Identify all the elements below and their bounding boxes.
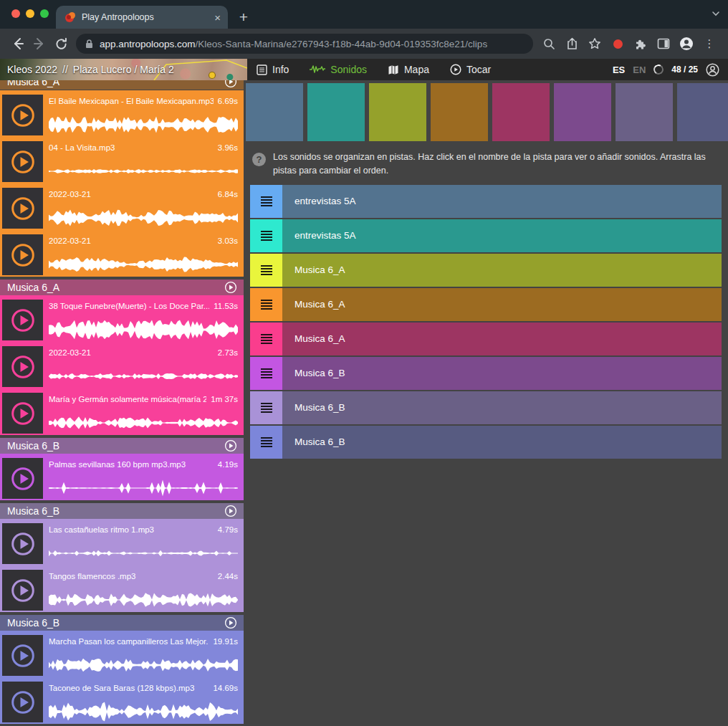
track-row[interactable]: Musica 6_A [250, 254, 722, 287]
lang-en-button[interactable]: EN [633, 65, 646, 75]
track-swatch[interactable] [677, 83, 728, 141]
track-drag-handle[interactable] [250, 254, 282, 287]
clip-waveform[interactable] [49, 654, 238, 676]
clip-waveform[interactable] [49, 477, 238, 499]
clip-play-button[interactable] [2, 682, 43, 722]
track-row[interactable]: entrevistas 5A [250, 219, 722, 252]
clip-waveform[interactable] [49, 543, 238, 564]
browser-menu-icon[interactable]: ⋮ [699, 34, 719, 54]
track-name-button[interactable]: Musica 6_B [282, 426, 722, 459]
map-thumbnail[interactable]: Kleos 2022 // Plaza Lucero / María 2 [0, 59, 247, 80]
track-swatch[interactable] [369, 83, 426, 141]
clip-waveform[interactable] [49, 161, 238, 182]
extensions-puzzle-icon[interactable] [631, 34, 651, 54]
track-section-header[interactable]: Musica 6_B [0, 615, 244, 631]
clip-row[interactable]: 04 - La Visita.mp33.96s [0, 140, 244, 183]
clip-row[interactable]: Las castañuelas ritmo 1.mp34.79s [0, 522, 244, 565]
share-icon[interactable] [562, 34, 582, 54]
track-name-button[interactable]: Musica 6_A [282, 288, 722, 321]
zoom-page-icon[interactable] [539, 34, 559, 54]
clip-waveform[interactable] [49, 254, 238, 275]
clip-play-button[interactable] [2, 570, 43, 611]
clip-row[interactable]: Marcha Pasan los campanilleros Las Mejor… [0, 634, 244, 677]
track-row[interactable]: Musica 6_A [250, 288, 722, 321]
track-drag-handle[interactable] [250, 185, 282, 218]
address-bar[interactable]: app.antropoloops.com/Kleos-Santa-Marina/… [76, 34, 533, 54]
clip-waveform[interactable] [49, 114, 238, 135]
clip-play-button[interactable] [2, 300, 43, 340]
track-swatch[interactable] [307, 83, 365, 141]
section-play-icon[interactable] [224, 616, 237, 629]
track-name-button[interactable]: entrevistas 5A [282, 185, 722, 218]
clip-play-button[interactable] [2, 458, 43, 499]
track-swatch[interactable] [616, 83, 673, 141]
clip-play-button[interactable] [2, 523, 43, 564]
minimize-window-icon[interactable] [26, 9, 34, 18]
track-swatch[interactable] [492, 83, 550, 141]
track-name-button[interactable]: Musica 6_B [282, 357, 722, 390]
track-drag-handle[interactable] [250, 323, 282, 355]
track-row[interactable]: Musica 6_B [250, 357, 722, 390]
track-swatch[interactable] [431, 83, 488, 141]
clip-waveform[interactable] [49, 412, 238, 434]
close-window-icon[interactable] [11, 9, 20, 18]
track-drag-handle[interactable] [250, 391, 282, 424]
track-drag-handle[interactable] [250, 288, 282, 321]
track-name-button[interactable]: Musica 6_A [282, 254, 722, 287]
browser-tab[interactable]: Play Antropoloops × [56, 6, 228, 29]
track-drag-handle[interactable] [250, 426, 282, 459]
section-play-icon[interactable] [224, 505, 237, 517]
side-panel-icon[interactable] [653, 34, 674, 54]
track-drag-handle[interactable] [250, 219, 282, 252]
clip-row[interactable]: El Baile Mexicapan - El Baile Mexicapan.… [0, 93, 244, 137]
back-button[interactable] [7, 33, 29, 54]
track-row[interactable]: Musica 6_A [250, 323, 722, 355]
track-section-header[interactable]: Musica 6_B [0, 503, 244, 519]
tab-sonidos[interactable]: Sonidos [310, 64, 367, 75]
track-swatch[interactable] [246, 83, 303, 141]
clip-waveform[interactable] [49, 319, 238, 340]
clip-row[interactable]: Taconeo de Sara Baras (128 kbps).mp314.6… [0, 680, 244, 724]
track-row[interactable]: Musica 6_B [250, 426, 722, 459]
zoom-window-icon[interactable] [40, 9, 49, 18]
section-play-icon[interactable] [224, 80, 237, 88]
track-section-header[interactable]: Musica 6_B [0, 438, 244, 454]
clip-waveform[interactable] [49, 589, 238, 611]
clip-row[interactable]: Palmas sevillanas 160 bpm mp3.mp34.19s [0, 457, 244, 500]
tab-info[interactable]: Info [257, 64, 289, 75]
track-drag-handle[interactable] [250, 357, 282, 390]
track-row[interactable]: Musica 6_B [250, 391, 722, 424]
forward-button[interactable] [29, 33, 50, 54]
clip-play-button[interactable] [2, 188, 43, 229]
clip-play-button[interactable] [2, 141, 43, 182]
tabstrip-chevron-down-icon[interactable] [711, 9, 721, 22]
clip-row[interactable]: 2022-03-216.84s [0, 186, 244, 230]
bookmark-star-icon[interactable] [585, 34, 605, 54]
recording-indicator-icon[interactable] [608, 34, 628, 54]
clip-waveform[interactable] [49, 701, 238, 722]
clip-waveform[interactable] [49, 207, 238, 229]
profile-avatar[interactable] [676, 34, 696, 54]
lang-es-button[interactable]: ES [613, 65, 625, 75]
clip-row[interactable]: 2022-03-212.73s [0, 345, 244, 388]
clip-row[interactable]: 2022-03-213.03s [0, 233, 244, 277]
reload-button[interactable] [50, 33, 72, 54]
clip-play-button[interactable] [2, 95, 43, 135]
track-name-button[interactable]: Musica 6_A [282, 323, 722, 355]
clip-play-button[interactable] [2, 393, 43, 434]
new-tab-button[interactable]: + [234, 7, 254, 27]
track-name-button[interactable]: Musica 6_B [282, 391, 722, 424]
track-section-header[interactable]: Musica 6_A [0, 80, 244, 90]
account-icon[interactable] [706, 63, 719, 77]
tab-tocar[interactable]: Tocar [450, 64, 491, 75]
tab-close-icon[interactable]: × [213, 11, 222, 24]
clip-row[interactable]: 38 Toque Funebre(Muerte) - Los Doce Par.… [0, 298, 244, 342]
clip-row[interactable]: María y Germán solamente música(maría 2.… [0, 391, 244, 435]
track-section-header[interactable]: Musica 6_A [0, 280, 244, 295]
clip-play-button[interactable] [2, 346, 43, 387]
track-name-button[interactable]: entrevistas 5A [282, 219, 722, 252]
track-row[interactable]: entrevistas 5A [250, 185, 722, 218]
clip-play-button[interactable] [2, 234, 43, 275]
section-play-icon[interactable] [224, 439, 237, 452]
clip-row[interactable]: Tangos flamencos .mp32.44s [0, 568, 244, 612]
